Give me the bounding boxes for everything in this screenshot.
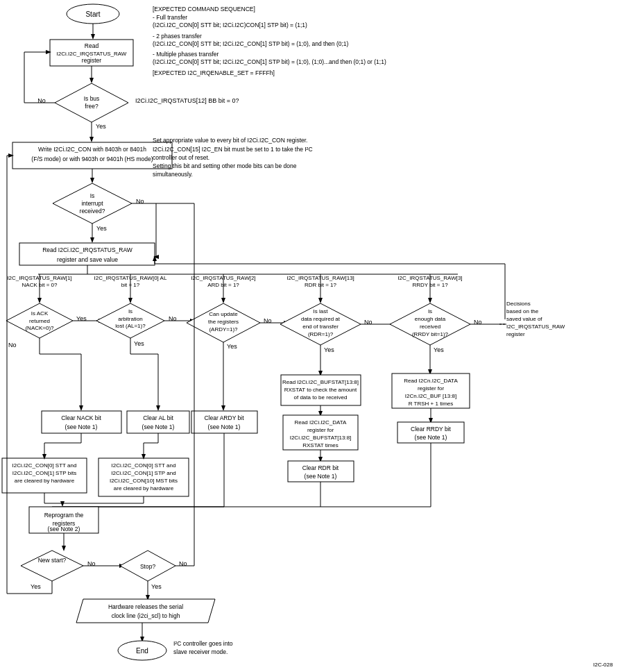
bb-bit-label: I2Ci.I2C_IRQSTATUS[12] BB bit = 0? [135,97,239,104]
al-hw-line3: I2Ci.I2C_CON[10] MST bits [110,478,178,484]
clear-al-line2: (see Note 1) [142,423,175,430]
flowchart-svg: Start Read I2Ci.I2C_IRQSTATUS_RAW regist… [0,0,625,672]
is-arb-line1: Is [128,308,132,314]
al-hw-line2: I2Ci.I2C_CON[1] STP and [111,470,175,476]
al-hw-line4: are cleared by hardware [114,485,174,492]
can-update-line2: the registers [208,319,239,325]
is-enough-line3: received [420,324,440,330]
read-bufstat-line1: Read I2Ci.I2C_BUFSTAT[13:8] [282,379,359,385]
is-enough-line2: enough data [415,316,446,322]
yes-arb-label: Yes [134,340,144,347]
decisions-line5: register [506,331,525,337]
diagram-container: Start Read I2Ci.I2C_IRQSTATUS_RAW regist… [0,0,625,672]
nack-hw-line2: I2Ci.I2C_CON[1] STP bits [12,470,76,476]
read-irq2-line1: Read I2Ci.I2C_IRQSTATUS_RAW [42,246,132,253]
clear-nack-line1: Clear NACK bit [61,414,101,421]
slave-mode-line2: slave receiver mode. [173,648,228,655]
svg-marker-79 [21,551,83,581]
is-ack-line2: returned [29,318,50,324]
decisions-line3: saved value of [506,316,542,322]
set-note-line1: Set appropriate value to every bit of I2… [153,137,307,144]
expected-cmd-line5: (I2Ci.I2C_CON[0] STT bit; I2Ci.I2C_CON[1… [153,40,349,47]
slave-mode-line1: I²C controller goes into [173,640,233,647]
is-last-line1: Is last [314,308,329,314]
read-data-rrdy-line1: Read I2Cn.I2C_DATA [404,378,458,384]
write-con-line1: Write I2Ci.I2C_CON with 8403h or 8401h [38,146,146,153]
hw-release-line1: Hardware releases the serial [108,603,183,610]
read-data-rrdy-line2: register for [418,385,445,392]
read-data-rrdy-line4: R TRSH + 1 times [409,401,454,407]
no-ack-label: No [8,342,17,348]
read-data-rdr-line2: register for [307,427,334,433]
yes-stop-label: Yes [151,583,162,590]
is-last-line2: data required at [301,316,341,322]
new-start-line1: New start? [38,557,67,564]
is-arb-line3: lost (AL=1)? [115,323,146,329]
is-interrupt-line2: interrupt [81,200,103,207]
is-ack-line1: Is ACK [31,310,49,317]
expected-cmd-line2: - Full transfer [153,14,187,21]
yes-rrdy-label: Yes [434,346,444,353]
is-last-line3: end of transfer [302,324,339,330]
doc-id-label: I2C-028 [593,662,613,668]
read-bufstat-line3: of data to be received [294,394,348,401]
decisions-line2: based on the [506,308,539,314]
nack-hw-line3: are cleared by hardware [15,478,75,484]
read-irq1-line1: Read [85,42,99,49]
decisions-line1: Decisions [506,301,531,307]
is-interrupt-line1: Is [90,192,95,199]
end-label: End [136,647,148,655]
set-note-line3: controller out of reset. [153,154,209,161]
clear-ardy-line1: Clear ARDY bit [204,414,244,421]
clear-rdr-line2: (see Note 1) [305,473,337,480]
is-bus-free-line1: Is bus [84,95,100,102]
is-bus-free-line2: free? [85,103,99,110]
nack-hw-line1: I2Ci.I2C_CON[0] STT and [12,462,77,469]
decisions-line4: I2C_IRQSTATUS_RAW [506,324,565,330]
is-enough-line4: (RRDY bit=1)? [412,331,449,337]
al-hw-line1: I2Ci.I2C_CON[0] STT and [112,462,176,469]
read-irq1-line2: I2Ci.I2C_IRQSTATUS_RAW [57,51,127,57]
reprogram-line1: Reprogram the [44,512,84,519]
is-last-line4: (RDR=1)? [308,331,334,337]
hw-release-line2: clock line (i2ci_scl) to high [112,612,180,619]
write-con-line2: (F/S mode) or with 9403h or 9401h (HS mo… [31,156,153,162]
read-irq2-line2: register and save value [57,256,118,263]
read-bufstat-line2: RXSTAT to check the amount [284,387,357,393]
set-note-line4: Setting this bit and setting other mode … [153,162,297,169]
expected-cmd-line8: [EXPECTED I2C_IRQENABLE_SET = FFFFh] [153,69,275,76]
set-note-line2: I2Ci.I2C_CON[15] I2C_EN bit must be set … [153,146,313,153]
read-data-rrdy-line3: I2Cn.I2C_BUF [13:8] [405,393,456,399]
expected-cmd-line6: - Multiple phases transfer [153,51,219,58]
read-data-rdr-line4: RXSTAT times [302,442,339,448]
is-arb-line2: arbitration [118,316,143,322]
clear-ardy-line2: (see Note 1) [208,423,241,430]
stop-label: Stop? [140,563,155,570]
yes-bus-label: Yes [96,123,106,130]
read-data-rdr-line3: I2Ci.I2C_BUFSTAT[13:8] [290,435,352,441]
clear-rrdy-line1: Clear RRDY bit [411,426,452,432]
can-update-line1: Can update [209,311,238,317]
clear-rdr-line1: Clear RDR bit [302,464,339,471]
expected-cmd-line7: (I2Ci.I2C_CON[0] STT bit; I2Ci.I2C_CON[1… [153,58,386,65]
clear-al-line1: Clear AL bit [143,414,173,421]
expected-cmd-line1: [EXPECTED COMMAND SEQUENCE] [153,6,255,12]
yes-new-start-label: Yes [31,583,41,590]
yes-rdr-label: Yes [324,346,334,353]
set-note-line5: simultaneously. [153,171,193,178]
clear-rrdy-line2: (see Note 1) [415,434,447,441]
is-ack-line3: (NACK=0)? [25,325,54,331]
start-label: Start [85,10,100,18]
is-enough-line1: Is [428,308,432,314]
yes-update-label: Yes [227,343,237,350]
read-data-rdr-line1: Read I2Ci.I2C_DATA [295,419,348,426]
clear-nack-line2: (see Note 1) [65,423,98,430]
reprogram-line3: (see Note 2) [48,526,80,532]
expected-cmd-line3: (I2Ci.I2C_CON[0] STT bit; I2Ci.I2C)CON[1… [153,22,307,28]
yes-interrupt-label: Yes [96,225,107,232]
read-irq1-line3: register [82,57,102,64]
is-interrupt-line3: received? [80,208,105,215]
expected-cmd-line4: - 2 phases transfer [153,33,202,40]
can-update-line3: (ARDY=1)? [209,326,238,333]
